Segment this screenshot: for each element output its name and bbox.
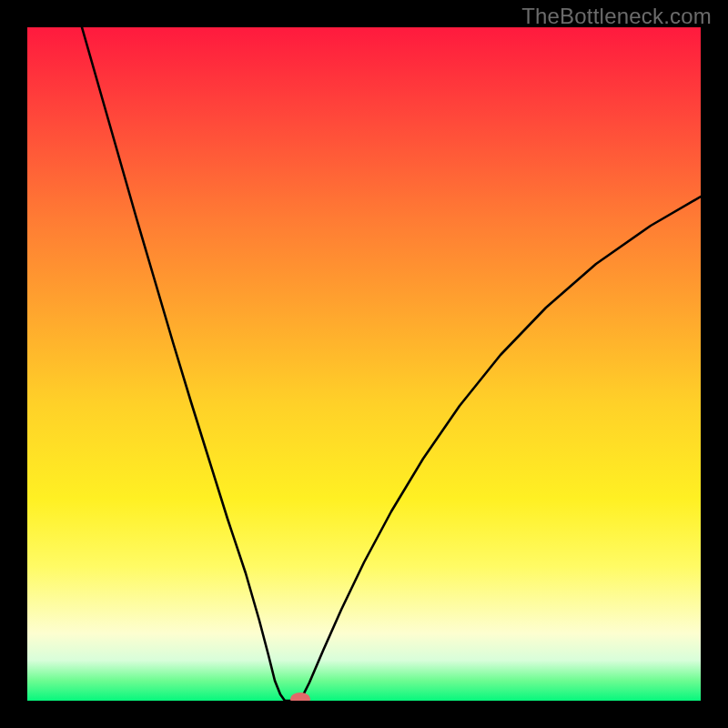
bottleneck-curve: [82, 27, 701, 701]
plot-area: [27, 27, 701, 701]
minimum-marker: [290, 693, 310, 701]
watermark-text: TheBottleneck.com: [521, 4, 712, 29]
chart-frame: TheBottleneck.com: [0, 0, 728, 728]
curve-svg: [27, 27, 701, 701]
